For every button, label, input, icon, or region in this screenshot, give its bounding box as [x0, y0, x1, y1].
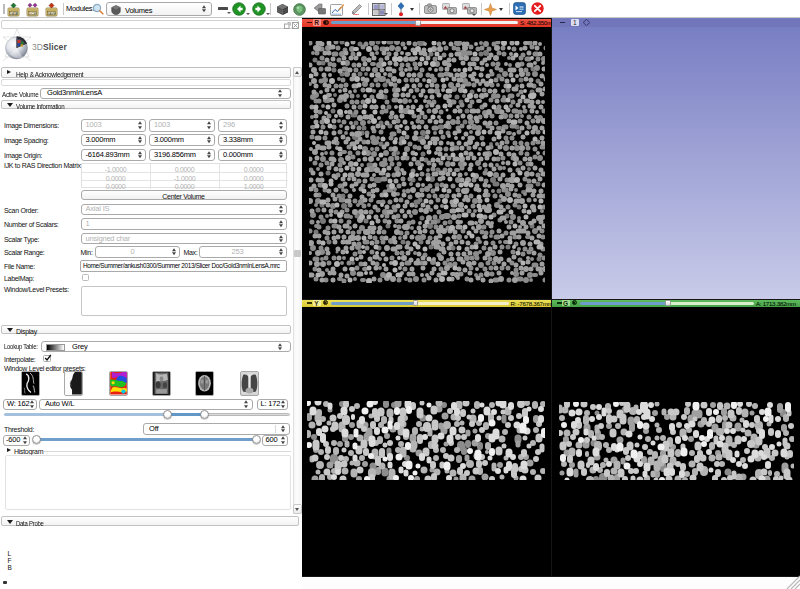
svg-text:DCM: DCM: [29, 11, 36, 15]
svg-text:SAVE: SAVE: [48, 11, 56, 15]
svg-text:DATA: DATA: [10, 11, 18, 15]
